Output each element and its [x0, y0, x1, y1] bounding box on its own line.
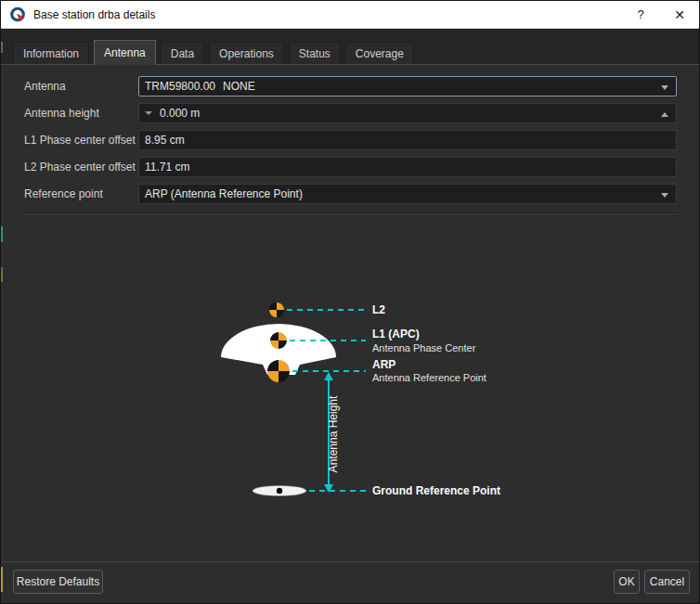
dialog-window: Base station drba details ? ✕ Informatio… [0, 0, 700, 604]
help-button[interactable]: ? [621, 1, 660, 29]
restore-defaults-button[interactable]: Restore Defaults [13, 570, 103, 594]
reference-point-label: Reference point [24, 184, 103, 204]
antenna-height-spinbox[interactable]: 0.000 m [138, 103, 677, 123]
antenna-combobox[interactable]: TRM59800.00 NONE [138, 76, 677, 96]
reference-point-combobox[interactable]: ARP (Antenna Reference Point) [138, 184, 677, 204]
tab-data[interactable]: Data [161, 42, 204, 64]
chevron-down-icon [661, 85, 668, 90]
l2-diagram-label: L2 [372, 303, 385, 316]
antenna-model-value: TRM59800.00 [145, 80, 223, 93]
cancel-button[interactable]: Cancel [644, 570, 690, 594]
close-button[interactable]: ✕ [660, 1, 699, 29]
chevron-down-icon [661, 193, 668, 198]
ground-diagram-label: Ground Reference Point [372, 484, 500, 497]
arp-diagram-sublabel: Antenna Reference Point [372, 372, 486, 383]
l1-offset-value: 8.95 cm [145, 134, 185, 147]
chevron-up-icon[interactable] [661, 112, 668, 117]
antenna-radome-value: NONE [223, 80, 255, 93]
chevron-down-icon[interactable] [145, 111, 152, 115]
title-bar[interactable]: Base station drba details ? ✕ [1, 1, 699, 29]
background-artifact [1, 267, 3, 282]
l1-diagram-sublabel: Antenna Phase Center [372, 342, 475, 353]
tab-status[interactable]: Status [289, 42, 341, 64]
background-artifact [1, 42, 3, 53]
antenna-diagram [214, 296, 493, 509]
l1-diagram-label: L1 (APC) [372, 328, 420, 341]
arp-diagram-label: ARP [372, 358, 395, 371]
tab-coverage[interactable]: Coverage [345, 42, 414, 64]
antenna-label: Antenna [24, 76, 66, 96]
tab-antenna[interactable]: Antenna [94, 40, 156, 65]
footer-separator [1, 561, 699, 562]
background-artifact [1, 567, 3, 592]
antenna-height-label: Antenna height [24, 103, 99, 123]
antenna-height-diagram-label: Antenna Height [327, 392, 340, 477]
l2-offset-label: L2 Phase center offset [24, 157, 136, 177]
l2-offset-value: 11.71 cm [145, 161, 189, 173]
window-title: Base station drba details [33, 8, 621, 21]
background-artifact [1, 226, 3, 242]
antenna-height-value: 0.000 m [160, 107, 200, 120]
horizontal-separator [24, 212, 678, 214]
l1-offset-label: L1 Phase center offset [24, 130, 136, 150]
ground-marker-dot [277, 488, 282, 494]
l1-offset-field[interactable]: 8.95 cm [138, 130, 677, 150]
tab-information[interactable]: Information [13, 42, 89, 64]
app-logo-icon [8, 6, 27, 24]
ok-button[interactable]: OK [614, 570, 640, 594]
l2-offset-field[interactable]: 11.71 cm [138, 157, 677, 177]
tab-operations[interactable]: Operations [209, 42, 284, 64]
tab-bar: Information Antenna Data Operations Stat… [1, 29, 699, 64]
reference-point-value: ARP (Antenna Reference Point) [145, 187, 303, 200]
